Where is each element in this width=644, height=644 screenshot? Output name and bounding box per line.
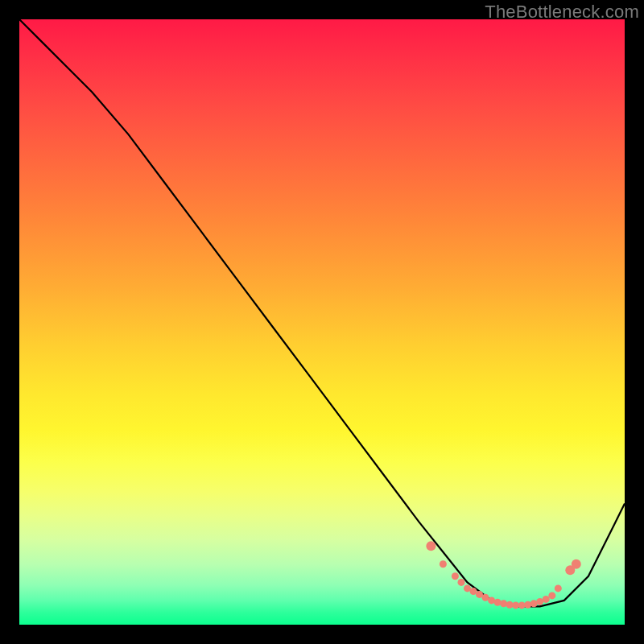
highlight-dot: [440, 560, 447, 568]
watermark-text: TheBottleneck.com: [485, 2, 639, 23]
chart-frame: TheBottleneck.com: [0, 0, 644, 644]
curve-layer: [19, 19, 625, 625]
highlight-dot: [543, 596, 550, 603]
highlight-dot: [548, 592, 555, 599]
highlight-dot: [555, 584, 562, 592]
highlight-dot: [452, 572, 459, 580]
highlight-dots: [426, 541, 580, 609]
highlight-dot: [426, 541, 436, 551]
highlight-dot: [458, 579, 465, 586]
highlight-dot: [524, 601, 531, 609]
highlight-dot: [494, 599, 502, 606]
highlight-dot: [500, 600, 507, 607]
highlight-dot: [572, 559, 581, 569]
bottleneck-curve: [19, 19, 625, 606]
